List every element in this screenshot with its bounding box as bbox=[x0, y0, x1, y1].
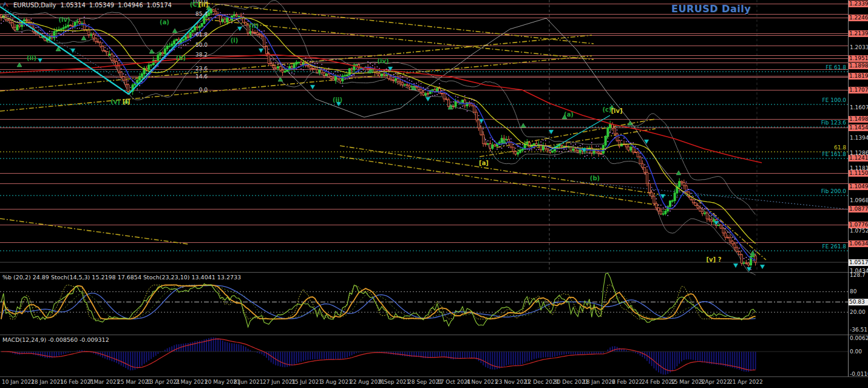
fib-extension-label: Fib 123.6 bbox=[783, 120, 846, 126]
bb-axis-tick: 80 bbox=[850, 288, 856, 294]
price-level-tag: 1.23390 bbox=[849, 1, 868, 7]
date-label: 7 Mar 2021 bbox=[89, 379, 120, 385]
moving-averages-layer bbox=[0, 15, 762, 260]
bb-axis-tick: -36.51 bbox=[850, 327, 867, 333]
wave-label: [iv] bbox=[611, 107, 622, 114]
date-label: 9 Sep 2021 bbox=[379, 379, 410, 385]
fib-retracement-label: 14.6 bbox=[181, 73, 208, 80]
watermark-title: EURUSD Daily bbox=[671, 3, 751, 15]
bb-indicator-header: %b (20,2) 24.89 Stoch(14,5,3) 15.2198 17… bbox=[2, 274, 241, 281]
fib-extension-label: Fib 200.0 bbox=[783, 188, 846, 194]
level-lines-layer bbox=[0, 0, 848, 271]
wave-label: (iv) bbox=[58, 16, 70, 23]
macd-pane-layer bbox=[0, 338, 848, 375]
price-level-tag: 1.14541 bbox=[849, 124, 868, 131]
wave-label: (ii) bbox=[249, 22, 259, 29]
macd-axis-tick: 0.006215 bbox=[850, 335, 868, 341]
fib-retracement-label: 23.6 bbox=[181, 66, 208, 72]
date-label: 2 May 2021 bbox=[175, 379, 208, 385]
date-label: 3 Aug 2021 bbox=[320, 379, 352, 385]
date-label: 18 Jan 2022 bbox=[583, 379, 615, 385]
candles-layer bbox=[1, 8, 757, 267]
price-level-tag: 1.18982 bbox=[849, 63, 868, 69]
price-axis-tick: 1.09680 bbox=[850, 197, 868, 203]
bb-pane-layer bbox=[0, 273, 848, 327]
channel-lines-layer bbox=[0, 3, 868, 260]
macd-axis-tick: 0.00 bbox=[850, 349, 862, 355]
symbol-period-label: EURUSD,Daily bbox=[13, 2, 56, 9]
projection-curves-layer bbox=[236, 18, 753, 256]
fib-retracement-label: 50.0 bbox=[181, 42, 208, 48]
price-axis-tick: 1.16070 bbox=[850, 104, 868, 111]
price-level-tag: 1.06348 bbox=[849, 240, 868, 247]
ohlc-open: 1.05314 bbox=[60, 2, 85, 9]
wave-label: (v) bbox=[110, 98, 120, 105]
symbol-icon bbox=[2, 1, 9, 9]
chart-header: EURUSD,Daily 1.05314 1.05349 1.04946 1.0… bbox=[2, 1, 172, 9]
wave-label: (ii) bbox=[333, 97, 342, 103]
price-axis-tick: 1.20330 bbox=[850, 44, 868, 50]
bb-current-tag: 50.83 bbox=[849, 299, 868, 305]
wave-label: [a] bbox=[479, 160, 489, 166]
chart-canvas[interactable] bbox=[0, 0, 868, 388]
wave-label: (iv) bbox=[377, 58, 388, 64]
ohlc-close: 1.05174 bbox=[147, 2, 172, 9]
wave-label: [v] ? bbox=[707, 256, 722, 263]
macd-axis-tick: -0.011038 bbox=[850, 371, 868, 377]
chart-window: EURUSD,Daily 1.05314 1.05349 1.04946 1.0… bbox=[0, 0, 868, 388]
wave-label: (c) bbox=[602, 106, 611, 113]
wave-label: [i] bbox=[123, 98, 131, 105]
price-level-tag: 1.21393 bbox=[849, 30, 868, 37]
fib-extension-label: FE 161.8 bbox=[783, 151, 846, 157]
date-label: 28 Jan 2021 bbox=[31, 379, 64, 385]
price-level-tag: 1.22460 bbox=[849, 15, 868, 21]
price-axis-tick: 1.07520 bbox=[850, 228, 868, 234]
date-label: 15 Jul 2021 bbox=[291, 379, 322, 385]
date-label: 4 Nov 2021 bbox=[466, 379, 498, 385]
fib-retracement-label: 85.4 bbox=[181, 11, 208, 17]
fib-extension-label: 61.8 bbox=[783, 145, 846, 151]
bb-axis-tick: 128.7 bbox=[850, 272, 866, 278]
price-axis-tick: 1.13940 bbox=[850, 135, 868, 141]
current-price-tag: 1.05174 bbox=[849, 259, 868, 266]
price-level-tag: 1.14983 bbox=[849, 116, 868, 123]
price-level-tag: 1.19510 bbox=[849, 55, 868, 62]
macd-indicator-header: MACD(12,24,9) -0.008560 -0.009312 bbox=[2, 336, 109, 343]
price-level-tag: 1.18196 bbox=[849, 73, 868, 80]
wave-label: (a) bbox=[564, 111, 574, 118]
wave-label: [ii] bbox=[198, 1, 208, 8]
fib-extension-label: FE 100.0 bbox=[783, 97, 846, 103]
price-level-tag: 1.10499 bbox=[849, 183, 868, 190]
bb-axis-tick: 20.00 bbox=[850, 309, 866, 315]
wave-label: (i) bbox=[231, 37, 239, 44]
price-level-tag: 1.11506 bbox=[849, 170, 868, 177]
wave-label: (b) bbox=[176, 55, 186, 61]
bollinger-band-layer bbox=[1, 1, 756, 275]
price-level-tag: 1.07765 bbox=[849, 222, 868, 228]
price-level-tag: 1.08770 bbox=[849, 206, 868, 213]
price-level-tag: 1.17071 bbox=[849, 87, 868, 94]
ohlc-high: 1.05349 bbox=[89, 2, 114, 9]
fib-extension-label: FE 261.8 bbox=[783, 243, 846, 250]
wave-label: (ii) bbox=[27, 55, 36, 61]
date-label: 6 Feb 2022 bbox=[612, 379, 642, 385]
fib-retracement-label: 0.0 bbox=[181, 87, 208, 93]
fib-extension-label: FE 61.8 bbox=[783, 64, 846, 70]
date-label: 8 Jun 2021 bbox=[234, 379, 263, 385]
date-label: 10 Jan 2021 bbox=[2, 379, 35, 385]
fib-retracement-label: 61.8 bbox=[181, 32, 208, 38]
wave-label: (a) bbox=[160, 19, 169, 26]
date-label: 3 Apr 2022 bbox=[700, 379, 730, 385]
price-level-tag: 1.12416 bbox=[849, 155, 868, 162]
date-label: 21 Apr 2022 bbox=[729, 379, 763, 385]
ohlc-low: 1.04946 bbox=[118, 2, 143, 9]
wave-label: (b) bbox=[590, 175, 600, 182]
